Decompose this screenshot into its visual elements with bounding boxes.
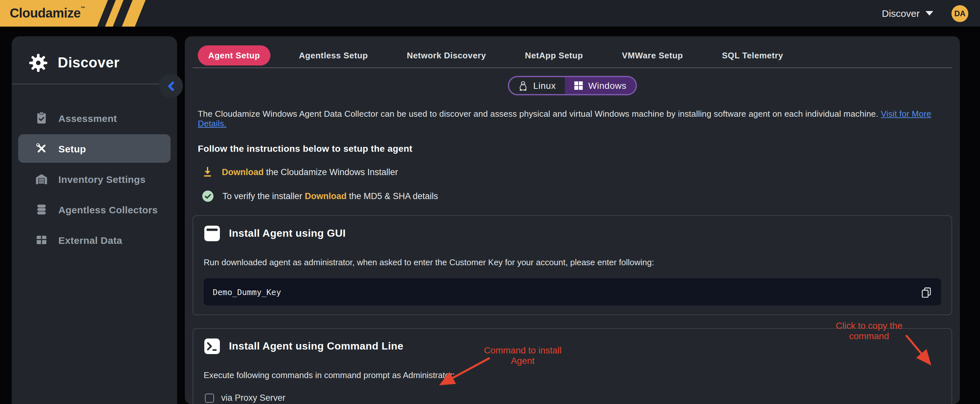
card-title: Install Agent using GUI [229,227,346,239]
tab-agentless-setup[interactable]: Agentless Setup [289,45,379,65]
card-title: Install Agent using Command Line [229,340,403,352]
card-body-text: Run downloaded agent as administrator, w… [204,258,941,267]
page: Cloudamize™ Discover DA [0,0,980,404]
check-circle-icon [202,190,214,202]
chevron-left-icon [165,80,177,92]
sidebar-header: Discover [12,36,177,73]
annotation-install-command: Command to install Agent [461,345,584,366]
windows-logo-icon [574,81,583,90]
tabs-divider [192,67,952,68]
linux-penguin-icon [518,80,528,91]
terminal-icon [204,338,221,355]
window-icon [204,225,221,242]
warehouse-icon [35,173,48,185]
database-icon [35,204,48,215]
step-text: Download the Cloudamize Windows Installe… [222,167,398,177]
gear-icon [29,53,48,73]
customer-key-value: Demo_Dummy_Key [213,287,281,297]
logo-stripe [104,0,124,27]
card-body-text: Execute following commands in command pr… [204,370,941,380]
toggle-linux-label: Linux [533,80,556,91]
setup-tabs: Agent Setup Agentless Setup Network Disc… [198,36,952,65]
sidebar-item-label: Agentless Collectors [58,204,158,215]
copy-icon [921,286,932,297]
logo-stripe [121,0,146,27]
toggle-windows-label: Windows [588,80,627,91]
os-toggle: Linux Windows [508,76,637,95]
step-text: To verify the installer Download the MD5… [223,191,438,201]
sidebar-item-label: External Data [58,234,122,245]
toggle-windows[interactable]: Windows [565,77,636,94]
sidebar-divider [12,84,177,84]
annotation-click-to-copy: Click to copy the command [808,320,931,341]
tab-agent-setup[interactable]: Agent Setup [198,45,270,65]
clipboard-check-icon [35,111,48,124]
logo-text: Cloudamize™ [10,6,85,21]
download-md5-link[interactable]: Download [305,191,347,201]
download-installer-link[interactable]: Download [222,167,264,177]
sidebar-item-inventory-settings[interactable]: Inventory Settings [18,165,170,193]
sidebar-title: Discover [58,54,120,72]
sidebar-item-external-data[interactable]: External Data [18,226,170,254]
proxy-checkbox[interactable] [205,393,214,402]
sidebar-item-label: Setup [58,143,86,154]
tab-vmware-setup[interactable]: VMWare Setup [612,45,693,65]
tools-icon [35,142,48,155]
download-icon [202,166,213,178]
proxy-checkbox-label: via Proxy Server [221,393,285,403]
sidebar-item-label: Inventory Settings [58,173,146,185]
discover-dropdown[interactable]: Discover [882,8,933,19]
step-download-installer: Download the Cloudamize Windows Installe… [192,166,952,178]
step-verify-installer: To verify the installer Download the MD5… [192,190,952,202]
main-panel: Agent Setup Agentless Setup Network Disc… [185,36,960,404]
top-header: Cloudamize™ Discover DA [0,0,980,27]
instructions-heading: Follow the instructions below to setup t… [192,143,952,154]
sidebar-item-setup[interactable]: Setup [18,134,170,163]
discover-dropdown-label: Discover [882,8,920,19]
tab-network-discovery[interactable]: Network Discovery [396,45,496,65]
sidebar-collapse-button[interactable] [159,74,183,98]
proxy-checkbox-row: via Proxy Server [204,393,941,403]
chevron-down-icon [926,11,933,16]
sidebar-item-assessment[interactable]: Assessment [18,104,170,132]
copy-key-button[interactable] [921,286,932,297]
sidebar-nav: Assessment Setup [12,104,177,254]
cloudamize-logo: Cloudamize™ [0,0,156,27]
intro-paragraph: The Cloudamize Windows Agent Data Collec… [192,109,952,129]
install-gui-card: Install Agent using GUI Run downloaded a… [192,215,952,315]
sidebar-item-label: Assessment [58,113,117,124]
sidebar: Discover Assessment [12,36,177,404]
toggle-linux[interactable]: Linux [509,77,565,94]
tab-netapp-setup[interactable]: NetApp Setup [515,45,593,65]
table-grid-icon [35,235,48,245]
sidebar-item-agentless-collectors[interactable]: Agentless Collectors [18,195,170,224]
customer-key-codeblock: Demo_Dummy_Key [204,278,941,305]
avatar[interactable]: DA [951,5,968,22]
logo-trademark: ™ [81,6,85,10]
tab-sql-telemetry[interactable]: SQL Telemetry [711,45,794,65]
